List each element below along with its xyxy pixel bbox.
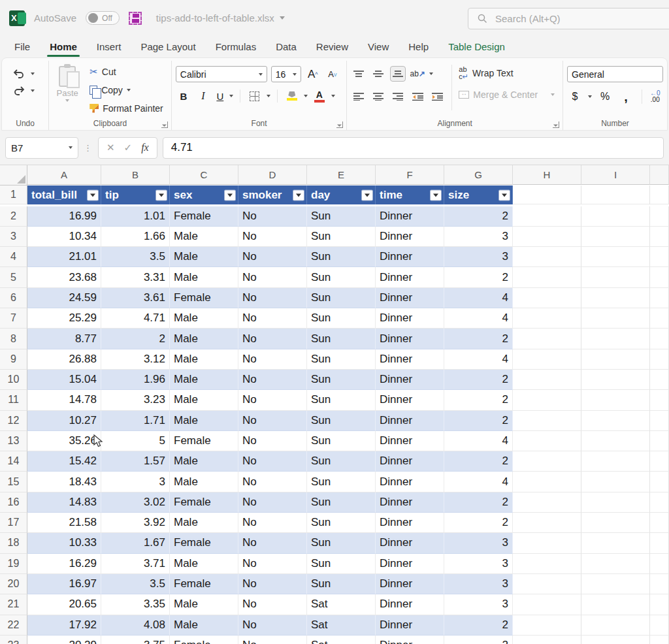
paste-button[interactable]: Paste <box>53 63 82 102</box>
cell-empty[interactable] <box>581 636 650 644</box>
table-cell[interactable]: Dinner <box>376 533 444 553</box>
align-left-button[interactable] <box>351 89 367 105</box>
table-header-day[interactable]: day <box>307 185 376 204</box>
table-cell[interactable]: 4 <box>444 308 513 329</box>
table-cell[interactable]: 2 <box>444 370 513 390</box>
table-cell[interactable]: 16.99 <box>27 206 101 227</box>
table-cell[interactable]: 16.29 <box>27 554 101 574</box>
cell-empty[interactable] <box>513 615 581 636</box>
table-cell[interactable]: Dinner <box>376 390 444 410</box>
cell-empty[interactable] <box>581 370 650 390</box>
formula-input[interactable]: 4.71 <box>163 137 664 159</box>
table-cell[interactable]: Male <box>170 329 238 349</box>
table-cell[interactable]: No <box>238 227 307 247</box>
table-cell[interactable]: No <box>238 574 307 594</box>
cell-empty[interactable] <box>513 206 581 227</box>
row-header-17[interactable]: 17 <box>0 513 27 533</box>
cell-empty[interactable] <box>581 431 650 451</box>
table-cell[interactable]: Dinner <box>376 329 444 349</box>
cell-empty[interactable] <box>513 554 581 574</box>
cell-empty[interactable] <box>513 533 581 553</box>
table-cell[interactable]: 1.57 <box>101 451 170 472</box>
table-cell[interactable]: Male <box>170 308 238 329</box>
table-cell[interactable]: Female <box>170 492 238 513</box>
cell-empty[interactable] <box>581 615 650 636</box>
table-cell[interactable]: No <box>238 411 307 431</box>
table-cell[interactable]: 2 <box>444 492 513 513</box>
table-cell[interactable]: Female <box>170 288 238 308</box>
fill-color-dropdown-icon[interactable] <box>304 95 308 97</box>
table-cell[interactable]: No <box>238 288 307 308</box>
table-cell[interactable]: Sun <box>307 329 376 349</box>
table-cell[interactable]: 3 <box>444 247 513 267</box>
table-cell[interactable]: 35.26 <box>27 431 101 451</box>
excel-logo-icon[interactable] <box>9 10 25 26</box>
column-header-a[interactable]: A <box>27 165 101 185</box>
increase-font-button[interactable]: A^ <box>305 67 321 82</box>
table-cell[interactable]: 2 <box>444 267 513 287</box>
table-cell[interactable]: Dinner <box>376 513 444 533</box>
table-header-size[interactable]: size <box>444 185 513 204</box>
table-cell[interactable]: 4 <box>444 472 513 492</box>
row-header-12[interactable]: 12 <box>0 411 27 431</box>
enter-button[interactable]: ✓ <box>124 142 133 153</box>
cancel-button[interactable]: ✕ <box>106 142 115 153</box>
table-cell[interactable]: 24.59 <box>27 288 101 308</box>
table-cell[interactable]: 3 <box>444 227 513 247</box>
table-cell[interactable]: No <box>238 636 307 644</box>
table-cell[interactable]: Sun <box>307 513 376 533</box>
filter-button-size[interactable] <box>498 189 510 201</box>
table-cell[interactable]: 15.42 <box>27 451 101 472</box>
cell-empty[interactable] <box>513 390 581 410</box>
table-cell[interactable]: 3.75 <box>101 636 170 644</box>
search-input[interactable]: Search (Alt+Q) <box>468 8 669 29</box>
row-header-2[interactable]: 2 <box>0 206 27 227</box>
table-cell[interactable]: 2 <box>444 390 513 410</box>
cell-empty[interactable] <box>581 288 650 308</box>
table-cell[interactable]: Male <box>170 267 238 287</box>
bold-button[interactable]: B <box>176 88 191 104</box>
copy-dropdown-icon[interactable] <box>127 89 131 91</box>
table-cell[interactable]: Dinner <box>376 574 444 594</box>
table-cell[interactable]: 3.02 <box>101 492 170 513</box>
name-box[interactable]: B7 <box>5 137 78 159</box>
redo-dropdown-icon[interactable] <box>31 89 35 92</box>
table-cell[interactable]: 21.01 <box>27 247 101 267</box>
cell-empty[interactable] <box>513 636 581 644</box>
table-cell[interactable]: Female <box>170 636 238 644</box>
table-cell[interactable]: Male <box>170 227 238 247</box>
table-cell[interactable]: Sun <box>307 288 376 308</box>
tab-insert[interactable]: Insert <box>97 41 122 52</box>
table-cell[interactable]: 2 <box>444 615 513 636</box>
table-cell[interactable]: Dinner <box>376 594 444 615</box>
table-cell[interactable]: Female <box>170 574 238 594</box>
table-cell[interactable]: Dinner <box>376 247 444 267</box>
table-cell[interactable]: 3.5 <box>101 247 170 267</box>
filter-button-tip[interactable] <box>155 189 167 201</box>
decrease-font-button[interactable]: Av <box>325 67 340 82</box>
table-cell[interactable]: No <box>238 329 307 349</box>
table-cell[interactable]: Female <box>170 533 238 553</box>
row-header-16[interactable]: 16 <box>0 492 27 513</box>
cell-empty[interactable] <box>513 431 581 451</box>
increase-indent-button[interactable] <box>429 89 445 105</box>
table-cell[interactable]: 1.67 <box>101 533 170 553</box>
tab-view[interactable]: View <box>368 41 389 52</box>
paste-dropdown-icon[interactable] <box>65 99 69 102</box>
table-cell[interactable]: Sun <box>307 390 376 410</box>
table-cell[interactable]: 14.78 <box>27 390 101 410</box>
filter-button-day[interactable] <box>361 189 373 201</box>
table-cell[interactable]: 2 <box>444 513 513 533</box>
cell-empty[interactable] <box>513 513 581 533</box>
row-header-7[interactable]: 7 <box>0 308 27 329</box>
table-cell[interactable]: Sun <box>307 227 376 247</box>
row-header-21[interactable]: 21 <box>0 594 27 615</box>
table-cell[interactable]: No <box>238 267 307 287</box>
table-cell[interactable]: No <box>238 247 307 267</box>
cell-empty[interactable] <box>581 554 650 574</box>
table-cell[interactable]: 3.23 <box>101 390 170 410</box>
table-cell[interactable]: Sun <box>307 574 376 594</box>
table-cell[interactable]: Sun <box>307 533 376 553</box>
fill-color-button[interactable] <box>284 88 300 104</box>
table-cell[interactable]: Male <box>170 513 238 533</box>
